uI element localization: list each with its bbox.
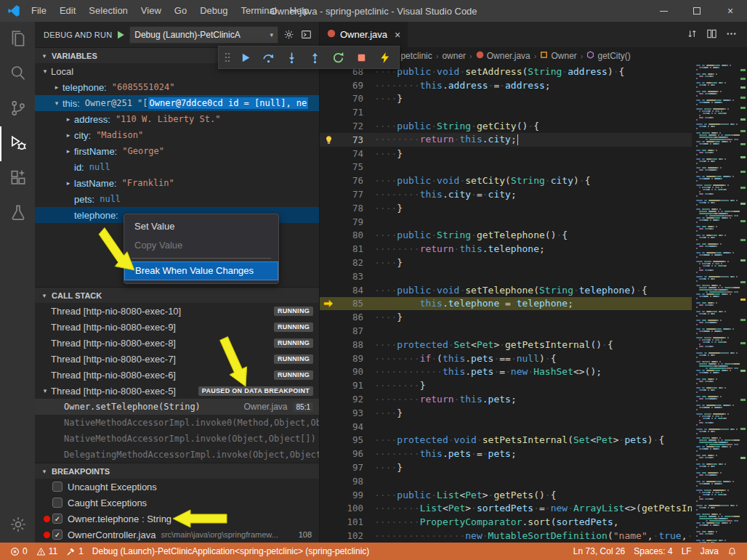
variable-row[interactable]: ▾this:Owner@251 "[Owner@7ddce0cd id = [n… — [35, 95, 319, 111]
call-stack-thread[interactable]: Thread [http-nio-8080-exec-7]RUNNING — [35, 351, 319, 367]
line-number[interactable]: 90 — [337, 366, 363, 377]
variable-row[interactable]: id:null — [35, 159, 319, 175]
line-number[interactable]: 89 — [337, 353, 363, 364]
line-number[interactable]: 88 — [337, 339, 363, 350]
variable-row[interactable]: ▸firstName:"George" — [35, 143, 319, 159]
menu-go[interactable]: Go — [168, 0, 193, 22]
line-number[interactable]: 100 — [337, 503, 363, 514]
code-line-99[interactable]: 99····public·List<Pet>·getPets()·{ — [320, 488, 692, 502]
breadcrumb-item[interactable]: petclinic — [400, 51, 432, 61]
activity-explorer[interactable] — [0, 22, 35, 57]
line-number[interactable]: 75 — [337, 161, 363, 172]
code-line-90[interactable]: 90············this.pets·=·new·HashSet<>(… — [320, 365, 692, 379]
line-number[interactable]: 71 — [337, 107, 363, 118]
line-number[interactable]: 80 — [337, 230, 363, 240]
code-line-100[interactable]: 100········List<Pet>·sortedPets·=·new·Ar… — [320, 502, 692, 516]
status-warnings[interactable]: 11 — [32, 543, 62, 560]
code-line-77[interactable]: 77········this.city·=·city; — [320, 187, 692, 201]
line-number[interactable]: 99 — [337, 490, 363, 500]
breadcrumb-item[interactable]: Owner.java — [476, 51, 530, 61]
line-number[interactable]: 82 — [337, 257, 363, 268]
code-line-71[interactable]: 71 — [320, 105, 692, 119]
tab-owner-java[interactable]: Owner.java × — [320, 22, 408, 47]
code-line-81[interactable]: 81········return·this.telephone; — [320, 242, 692, 256]
menu-item-break-when-value-changes[interactable]: Break When Value Changes — [124, 261, 278, 280]
call-stack-frame[interactable]: NativeMethodAccessorImpl.invoke0(Method,… — [35, 415, 319, 431]
code-line-79[interactable]: 79 — [320, 215, 692, 229]
code-line-86[interactable]: 86····} — [320, 310, 692, 324]
code-line-82[interactable]: 82····} — [320, 256, 692, 269]
navigate-icon[interactable] — [687, 28, 698, 41]
breakpoint-row[interactable]: Uncaught Exceptions — [35, 479, 319, 495]
status-errors[interactable]: 0 — [6, 543, 32, 560]
menu-edit[interactable]: Edit — [53, 0, 82, 22]
code-line-93[interactable]: 93····} — [320, 406, 692, 420]
status-debug-session[interactable]: Debug (Launch)-PetClinicApplication<spri… — [88, 543, 374, 560]
toolbar-drag-handle[interactable] — [222, 52, 233, 63]
code-line-69[interactable]: 69········this.address·=·address; — [320, 78, 692, 92]
line-number[interactable]: 81 — [337, 243, 363, 254]
line-number[interactable]: 101 — [337, 516, 363, 527]
chevron-right-icon[interactable]: ▸ — [62, 179, 74, 187]
breakpoint-checkbox[interactable]: ✓ — [52, 529, 62, 540]
menu-selection[interactable]: Selection — [82, 0, 134, 22]
call-stack-thread[interactable]: Thread [http-nio-8080-exec-8]RUNNING — [35, 335, 319, 351]
line-number[interactable]: 74 — [337, 148, 363, 159]
breadcrumb-item[interactable]: owner — [442, 51, 466, 61]
breakpoint-row[interactable]: Caught Exceptions — [35, 495, 319, 511]
breakpoints-section-header[interactable]: ▾ BREAKPOINTS — [35, 463, 319, 479]
split-editor-icon[interactable] — [706, 28, 717, 41]
chevron-down-icon[interactable]: ▾ — [39, 387, 51, 394]
step-over-button[interactable] — [257, 47, 280, 68]
gear-icon[interactable] — [282, 29, 296, 40]
status-language[interactable]: Java — [696, 543, 723, 560]
maximize-button[interactable] — [680, 0, 714, 22]
line-number[interactable]: 92 — [337, 394, 363, 405]
code-line-91[interactable]: 91········} — [320, 378, 692, 392]
code-line-70[interactable]: 70····} — [320, 92, 692, 106]
variable-row[interactable]: ▸address:"110 W. Liberty St." — [35, 111, 319, 127]
chevron-down-icon[interactable]: ▾ — [39, 68, 51, 75]
minimap[interactable] — [693, 65, 740, 543]
code-line-87[interactable]: 87 — [320, 324, 692, 338]
close-button[interactable]: × — [714, 0, 747, 22]
menu-item-copy-value[interactable]: Copy Value — [124, 236, 278, 255]
call-stack-frame[interactable]: Owner.setTelephone(String)Owner.java85:1 — [35, 399, 319, 415]
code-line-83[interactable]: 83 — [320, 269, 692, 283]
chevron-right-icon[interactable]: ▸ — [62, 147, 74, 155]
line-number[interactable]: 94 — [337, 421, 363, 432]
call-stack-frame[interactable]: DelegatingMethodAccessorImpl.invoke(Obje… — [35, 447, 319, 463]
line-number[interactable]: 83 — [337, 271, 363, 282]
code-line-94[interactable]: 94 — [320, 420, 692, 434]
code-line-75[interactable]: 75 — [320, 161, 692, 174]
call-stack-thread[interactable]: Thread [http-nio-8080-exec-6]RUNNING — [35, 367, 319, 383]
call-stack-thread[interactable]: Thread [http-nio-8080-exec-10]RUNNING — [35, 303, 319, 319]
call-stack-thread[interactable]: Thread [http-nio-8080-exec-9]RUNNING — [35, 319, 319, 335]
breakpoint-row[interactable]: ✓OwnerController.javasrc\main\java\org\s… — [35, 527, 319, 543]
code-line-73[interactable]: 73········return·this.city; — [320, 133, 692, 147]
debug-console-icon[interactable] — [299, 29, 313, 40]
line-number[interactable]: 87 — [337, 325, 363, 336]
menu-item-set-value[interactable]: Set Value — [124, 217, 278, 236]
code-line-74[interactable]: 74····} — [320, 147, 692, 161]
code-line-85[interactable]: 85········this.telephone·=·telephone; — [320, 297, 692, 311]
line-number[interactable]: 70 — [337, 93, 363, 104]
code-line-95[interactable]: 95····protected·void·setPetsInternal(Set… — [320, 434, 692, 447]
status-indentation[interactable]: Spaces: 4 — [629, 543, 677, 560]
chevron-right-icon[interactable]: ▸ — [51, 84, 62, 91]
chevron-right-icon[interactable]: ▸ — [62, 115, 74, 123]
line-number[interactable]: 102 — [337, 530, 363, 541]
code-line-97[interactable]: 97····} — [320, 460, 692, 474]
line-number[interactable]: 97 — [337, 462, 363, 473]
activity-extensions[interactable] — [0, 161, 35, 196]
activity-run-and-debug[interactable] — [0, 126, 35, 161]
call-stack-thread[interactable]: ▾Thread [http-nio-8080-exec-5]PAUSED ON … — [35, 383, 319, 399]
variable-row[interactable]: ▸lastName:"Franklin" — [35, 175, 319, 191]
start-debugging-icon[interactable] — [116, 30, 126, 40]
breakpoint-checkbox[interactable]: ✓ — [52, 514, 62, 524]
stop-button[interactable] — [350, 47, 373, 68]
variable-row[interactable]: ▸telephone:"6085551024" — [35, 79, 319, 95]
line-number[interactable]: 77 — [337, 189, 363, 200]
breakpoint-row[interactable]: ✓Owner.telephone : String — [35, 511, 319, 527]
code-line-98[interactable]: 98 — [320, 474, 692, 488]
